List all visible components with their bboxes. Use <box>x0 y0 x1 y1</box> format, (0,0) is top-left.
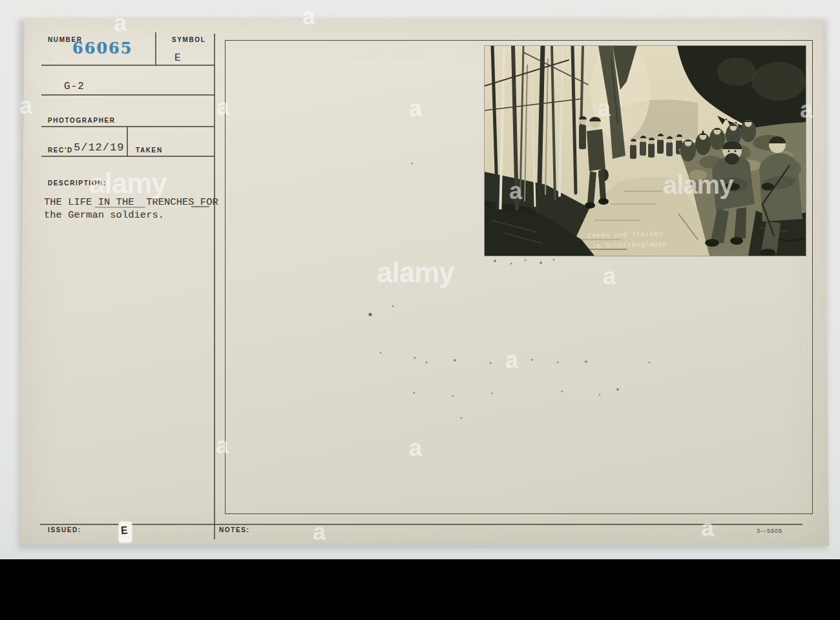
stock-photo-page: NUMBER 66065 SYMBOL E G-2 PHOTOGRAPHER R… <box>0 0 840 620</box>
issued-value-stamp: E <box>120 524 128 538</box>
taken-divider-line <box>127 127 128 156</box>
watermark-a: a <box>216 434 229 457</box>
issued-notes-rule <box>40 524 803 525</box>
watermark-alamy: alamy <box>663 172 733 198</box>
typed-underline-mark <box>95 207 145 208</box>
received-label: REC'D <box>48 147 73 154</box>
issued-label: ISSUED: <box>48 526 81 533</box>
description-line-2: the German soldiers. <box>44 209 164 221</box>
symbol-label: SYMBOL <box>172 36 205 43</box>
watermark-a: a <box>409 97 422 120</box>
unit-value: G-2 <box>64 81 85 92</box>
symbol-divider-line <box>155 32 156 66</box>
watermark-a: a <box>603 265 616 288</box>
print-code: 3—5605 <box>757 528 782 534</box>
watermark-a: a <box>800 98 813 121</box>
watermark-a: a <box>509 180 522 203</box>
rule-under-number <box>41 65 215 66</box>
typed-underline-mark <box>191 206 209 207</box>
taken-label: TAKEN <box>136 147 163 154</box>
trench-photo-art: Leben und Treiben im Schützengraben <box>485 46 806 256</box>
dust-specks <box>0 0 1 1</box>
watermark-a: a <box>313 521 326 544</box>
column-divider-line <box>214 34 215 539</box>
watermark-a: a <box>505 349 518 372</box>
watermark-alamy: alamy <box>377 258 454 287</box>
trench-photograph: Leben und Treiben im Schützengraben <box>485 46 806 256</box>
watermark-a: a <box>302 5 315 28</box>
number-value-stamp: 66065 <box>72 39 133 57</box>
watermark-a: a <box>19 94 32 118</box>
symbol-value: E <box>174 52 181 64</box>
rule-under-photographer <box>41 126 215 127</box>
rule-under-unit <box>41 94 215 96</box>
watermark-a: a <box>701 517 714 540</box>
rule-under-received <box>41 156 215 157</box>
notes-label: NOTES: <box>219 526 249 533</box>
watermark-alamy: alamy <box>89 169 167 198</box>
alamy-footer-bar: alamy Image ID: 2RCKKN7 www.alamy.com <box>0 559 840 620</box>
photographer-label: PHOTOGRAPHER <box>48 117 116 124</box>
watermark-a: a <box>598 97 611 120</box>
watermark-a: a <box>216 96 229 119</box>
watermark-a: a <box>409 437 422 460</box>
received-date: 5/12/19 <box>74 141 124 154</box>
watermark-a: a <box>114 12 127 35</box>
